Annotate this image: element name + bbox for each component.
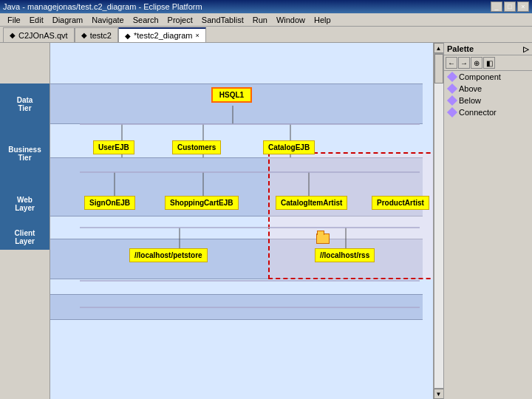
catalog-item-artist-box[interactable]: CatalogItemArtist — [276, 196, 347, 210]
palette-item-component[interactable]: Component — [444, 71, 532, 83]
diagram-wrapper: DataTier BusinessTier WebLayer ClientLay… — [0, 43, 532, 399]
tier-labels: DataTier BusinessTier WebLayer ClientLay… — [0, 43, 50, 399]
tab-icon-c2jonas: ◆ — [10, 31, 16, 39]
menu-navigate[interactable]: Navigate — [87, 16, 128, 24]
tabbar: ◆ C2JOnAS.qvt ◆ testc2 ◆ *testc2_diagram… — [0, 27, 532, 43]
palette-item-above[interactable]: Above — [444, 83, 532, 95]
user-ejb-box[interactable]: UserEJB — [93, 140, 134, 154]
palette-item-connector[interactable]: Connector — [444, 106, 532, 118]
palette-tool-1[interactable]: ← — [446, 57, 457, 69]
component-icon — [447, 72, 457, 82]
palette-header: Palette ▷ — [444, 43, 532, 55]
label-data-tier: DataTier — [0, 83, 50, 124]
titlebar: Java - managejonas/test.c2_diagram - Ecl… — [0, 0, 532, 13]
label-business-tier: BusinessTier — [0, 124, 50, 183]
product-artist-box[interactable]: ProductArtist — [372, 196, 429, 210]
palette-tool-2[interactable]: → — [458, 57, 470, 69]
label-spacer-top — [0, 43, 50, 83]
diagram-canvas[interactable]: HSQL1 UserEJB Customers CatalogEJB SignO… — [50, 43, 433, 399]
scroll-track[interactable] — [434, 53, 444, 389]
menu-search[interactable]: Search — [129, 16, 163, 24]
palette-above-label: Above — [459, 84, 482, 93]
client-layer-band — [50, 294, 423, 320]
scroll-thumb[interactable] — [434, 54, 443, 83]
folder-icon — [316, 233, 330, 244]
menu-project[interactable]: Project — [163, 16, 197, 24]
title-text: Java - managejonas/test.c2_diagram - Ecl… — [3, 2, 202, 11]
tab-diagram[interactable]: ◆ *testc2_diagram × — [118, 27, 206, 42]
palette-tool-3[interactable]: ⊕ — [471, 57, 482, 69]
palette-below-label: Below — [459, 96, 481, 105]
palette-toolbar: ← → ⊕ ◧ — [444, 55, 532, 71]
signon-ejb-box[interactable]: SignOnEJB — [84, 196, 135, 210]
menu-file[interactable]: File — [3, 16, 25, 24]
tab-c2jonas[interactable]: ◆ C2JOnAS.qvt — [3, 27, 75, 42]
minimize-button[interactable]: _ — [491, 1, 502, 12]
connector-icon — [447, 107, 457, 117]
localhost-petstore-box[interactable]: //localhost/petstore — [129, 248, 208, 262]
above-icon — [447, 83, 457, 94]
label-client-layer: ClientLayer — [0, 224, 50, 250]
tab-icon-testc2: ◆ — [81, 31, 87, 39]
scroll-down-button[interactable]: ▼ — [434, 389, 444, 399]
tab-testc2[interactable]: ◆ testc2 — [75, 27, 118, 42]
palette-expand-icon[interactable]: ▷ — [523, 45, 529, 53]
menu-window[interactable]: Window — [272, 16, 310, 24]
menu-help[interactable]: Help — [310, 16, 335, 24]
label-web-layer: WebLayer — [0, 183, 50, 224]
scroll-up-button[interactable]: ▲ — [434, 43, 444, 53]
tab-close-diagram[interactable]: × — [196, 32, 200, 39]
close-button[interactable]: × — [517, 1, 529, 12]
localhost-rss-box[interactable]: //localhost/rss — [315, 248, 375, 262]
palette-component-label: Component — [459, 72, 501, 81]
palette: Palette ▷ ← → ⊕ ◧ Component Above Below — [443, 43, 532, 399]
menu-sandtablist[interactable]: SandTablist — [197, 16, 248, 24]
menu-edit[interactable]: Edit — [25, 16, 48, 24]
menubar: File Edit Diagram Navigate Search Projec… — [0, 13, 532, 27]
titlebar-controls[interactable]: _ □ × — [491, 1, 529, 12]
palette-connector-label: Connector — [459, 108, 497, 117]
canvas-vscroll[interactable]: ▲ ▼ — [433, 43, 443, 399]
main-content: DataTier BusinessTier WebLayer ClientLay… — [0, 43, 532, 399]
shoppingcart-ejb-box[interactable]: ShoppingCartEJB — [165, 196, 239, 210]
menu-diagram[interactable]: Diagram — [48, 16, 88, 24]
palette-tool-4[interactable]: ◧ — [483, 57, 495, 69]
palette-title: Palette — [447, 44, 474, 53]
menu-run[interactable]: Run — [248, 16, 272, 24]
tab-icon-diagram: ◆ — [125, 32, 131, 40]
palette-item-below[interactable]: Below — [444, 95, 532, 106]
catalog-ejb-box[interactable]: CatalogEJB — [263, 140, 315, 154]
hsql1-box[interactable]: HSQL1 — [211, 87, 252, 103]
below-icon — [447, 95, 457, 106]
customers-box[interactable]: Customers — [172, 140, 221, 154]
maximize-button[interactable]: □ — [504, 1, 516, 12]
